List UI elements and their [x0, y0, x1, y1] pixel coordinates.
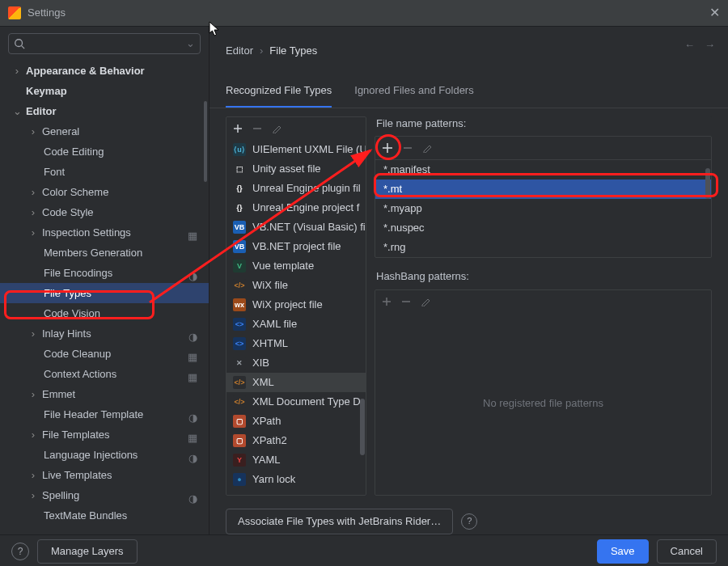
- sidebar-item-spelling[interactable]: ›Spelling◑: [0, 485, 209, 505]
- associate-button[interactable]: Associate File Types with JetBrains Ride…: [226, 509, 453, 534]
- pattern-add-icon[interactable]: [382, 142, 393, 154]
- cancel-button[interactable]: Cancel: [657, 539, 717, 564]
- sidebar-item-file-header-template[interactable]: File Header Template◑: [0, 404, 209, 424]
- manage-layers-button[interactable]: Manage Layers: [37, 539, 138, 564]
- filetype-row[interactable]: {}Unreal Engine plugin fil: [226, 179, 366, 198]
- nav-back-icon[interactable]: ←: [684, 38, 695, 53]
- sidebar-item-textmate-bundles[interactable]: TextMate Bundles: [0, 505, 209, 526]
- hb-add-icon[interactable]: [382, 297, 392, 306]
- breadcrumb-editor[interactable]: Editor: [226, 44, 253, 58]
- sidebar-item-inspection-settings[interactable]: ›Inspection Settings▦: [0, 222, 209, 243]
- tab-recognized[interactable]: Recognized File Types: [226, 83, 332, 108]
- filetype-row[interactable]: VVue template: [226, 256, 366, 276]
- filetype-label: XPath: [252, 414, 281, 429]
- filetype-icon: ⟨u⟩: [233, 143, 246, 156]
- filetype-list[interactable]: ⟨u⟩UIElement UXML File (U⬚Unity asset fi…: [226, 140, 366, 495]
- filetype-row[interactable]: </>XML: [226, 373, 366, 392]
- sidebar-item-label: Language Injections: [44, 448, 138, 463]
- sidebar-item-label: Context Actions: [44, 367, 116, 382]
- filetype-label: XML: [252, 375, 274, 390]
- sidebar-item-file-templates[interactable]: ›File Templates▦: [0, 424, 209, 445]
- filetype-row[interactable]: </>WiX file: [226, 276, 366, 295]
- sidebar-item-file-types[interactable]: File Types: [0, 283, 209, 303]
- filetype-label: XIB: [252, 356, 269, 370]
- filetype-row[interactable]: wxWiX project file: [226, 295, 366, 315]
- patterns-label: File name patterns:: [376, 116, 712, 131]
- pattern-edit-icon[interactable]: [422, 143, 432, 153]
- remove-icon[interactable]: [252, 124, 262, 133]
- filetype-icon: {}: [233, 182, 246, 195]
- filetype-label: WiX file: [252, 278, 288, 293]
- filetype-label: XAML file: [252, 317, 297, 332]
- patterns-list[interactable]: *.manifest*.mt*.myapp*.nuspec*.rng: [375, 159, 711, 257]
- sidebar-item-language-injections[interactable]: Language Injections◑: [0, 445, 209, 465]
- sidebar-item-label: File Types: [44, 286, 91, 301]
- scrollbar-thumb[interactable]: [705, 168, 710, 199]
- filetype-icon: wx: [233, 298, 246, 311]
- filetype-row[interactable]: ▢XPath2: [226, 431, 366, 450]
- save-button[interactable]: Save: [597, 539, 649, 564]
- filetype-row[interactable]: ●Yarn lock: [226, 470, 366, 489]
- nav-forward-icon[interactable]: →: [705, 38, 715, 53]
- pattern-row[interactable]: *.rng: [375, 238, 711, 257]
- filetype-row[interactable]: VBVB.NET project file: [226, 237, 366, 256]
- chevron-down-icon[interactable]: ⌄: [186, 36, 195, 51]
- sidebar-item-live-templates[interactable]: ›Live Templates: [0, 465, 209, 485]
- close-icon[interactable]: ✕: [709, 4, 720, 22]
- filetype-row[interactable]: YYAML: [226, 450, 366, 470]
- pattern-row[interactable]: *.myapp: [375, 199, 711, 218]
- sidebar-item-code-vision[interactable]: Code Vision: [0, 303, 209, 323]
- filetype-icon: ●: [233, 473, 246, 486]
- sidebar-item-font[interactable]: Font: [0, 162, 209, 182]
- hb-remove-icon[interactable]: [401, 297, 411, 306]
- filetype-row[interactable]: <>XHTML: [226, 334, 366, 353]
- sidebar-item-code-style[interactable]: ›Code Style: [0, 202, 209, 222]
- settings-sidebar: ⌄ ›Appearance & BehaviorKeymap⌄Editor›Ge…: [0, 27, 210, 534]
- sidebar-item-inlay-hints[interactable]: ›Inlay Hints◑: [0, 323, 209, 344]
- sidebar-item-keymap[interactable]: Keymap: [0, 81, 209, 101]
- chevron-icon: ›: [13, 64, 21, 78]
- chevron-right-icon: ›: [260, 44, 263, 58]
- sidebar-item-color-scheme[interactable]: ›Color Scheme: [0, 182, 209, 202]
- pattern-remove-icon[interactable]: [403, 143, 413, 153]
- sidebar-item-label: Editor: [26, 104, 57, 119]
- footer-help-icon[interactable]: ?: [11, 543, 29, 560]
- scrollbar-thumb[interactable]: [360, 399, 365, 455]
- sidebar-item-label: Emmet: [42, 387, 75, 402]
- filetype-row[interactable]: VBVB.NET (Visual Basic) fi: [226, 218, 366, 237]
- breadcrumb-filetypes: File Types: [269, 44, 317, 58]
- scope-badge-icon: ▦: [188, 370, 197, 385]
- settings-search[interactable]: ⌄: [8, 33, 201, 54]
- filetype-label: XPath2: [252, 433, 287, 448]
- add-icon[interactable]: [233, 124, 243, 133]
- filetype-row[interactable]: </>XML Document Type D: [226, 392, 366, 412]
- filetype-row[interactable]: ⟨u⟩UIElement UXML File (U: [226, 140, 366, 159]
- sidebar-item-general[interactable]: ›General: [0, 121, 209, 142]
- pattern-row[interactable]: *.mt: [375, 180, 711, 199]
- pattern-row[interactable]: *.nuspec: [375, 218, 711, 238]
- sidebar-item-members-generation[interactable]: Members Generation: [0, 243, 209, 263]
- filetype-row[interactable]: ▢XPath: [226, 412, 366, 431]
- sidebar-item-file-encodings[interactable]: File Encodings◑: [0, 263, 209, 283]
- chevron-icon: ›: [29, 468, 37, 483]
- sidebar-item-code-editing[interactable]: Code Editing: [0, 142, 209, 162]
- hb-edit-icon[interactable]: [421, 297, 430, 306]
- pattern-row[interactable]: *.manifest: [375, 160, 711, 180]
- sidebar-item-code-cleanup[interactable]: Code Cleanup▦: [0, 344, 209, 364]
- chevron-icon: ›: [29, 205, 37, 220]
- tab-ignored[interactable]: Ignored Files and Folders: [354, 83, 473, 108]
- search-input[interactable]: [28, 36, 186, 52]
- filetype-row[interactable]: ✕XIB: [226, 353, 366, 373]
- sidebar-item-emmet[interactable]: ›Emmet: [0, 384, 209, 404]
- sidebar-item-editor[interactable]: ⌄Editor: [0, 101, 209, 121]
- sidebar-item-appearance-behavior[interactable]: ›Appearance & Behavior: [0, 61, 209, 81]
- patterns-box: *.manifest*.mt*.myapp*.nuspec*.rng: [375, 136, 712, 258]
- edit-icon[interactable]: [272, 124, 281, 133]
- sidebar-item-context-actions[interactable]: Context Actions▦: [0, 364, 209, 384]
- filetype-row[interactable]: <>XAML file: [226, 315, 366, 334]
- filetype-row[interactable]: ⬚Unity asset file: [226, 159, 366, 179]
- patterns-panel: File name patterns: *.manifest*.mt*.myap…: [375, 116, 712, 496]
- help-icon[interactable]: ?: [461, 513, 477, 530]
- filetype-row[interactable]: {}Unreal Engine project f: [226, 198, 366, 218]
- title-bar: Settings ✕: [0, 0, 728, 27]
